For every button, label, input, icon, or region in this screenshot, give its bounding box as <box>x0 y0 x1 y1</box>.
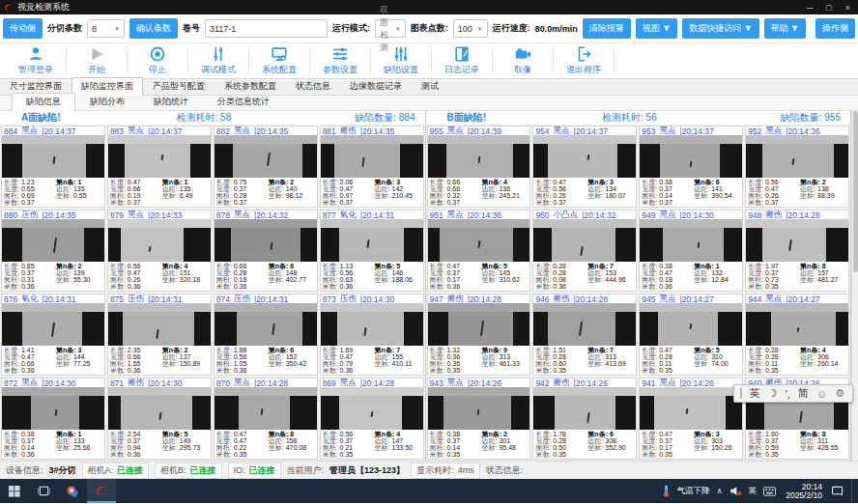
show-desktop-button[interactable] <box>851 479 855 503</box>
current-user-label: 当前用户: <box>287 464 325 477</box>
subtab-defect-statistics[interactable]: 缺陷统计 <box>139 93 203 110</box>
subtab-class-info-statistics[interactable]: 分类信息统计 <box>203 93 284 110</box>
confirm-count-button[interactable]: 确认条数 <box>129 18 178 39</box>
defect-cell-header: 869 黑点 |20:14:28 <box>321 378 423 387</box>
defect-cell[interactable]: 874 压伤 |20:14:31 长度:1.88 宽度:0.56 面积:1.05… <box>214 294 318 376</box>
taskbar-app-media[interactable] <box>58 479 87 503</box>
view-menu-button[interactable]: 视图 ▼ <box>636 18 677 39</box>
defect-cell[interactable]: 882 黑点 |20:14:35 长度:0.75 宽度:0.37 面积:0.28… <box>214 126 318 208</box>
emoji-icon[interactable]: ☺ <box>816 388 827 400</box>
ime-lang-english[interactable]: 英 <box>750 386 760 401</box>
help-menu-button[interactable]: 帮助 ▼ <box>764 18 806 39</box>
defect-cell[interactable]: 881 擦伤 |20:14:35 长度:2.06 宽度:0.47 面积:0.97… <box>320 126 424 208</box>
taskbar-app-vision-system[interactable] <box>87 479 116 503</box>
drive-side-button[interactable]: 传动侧 <box>3 18 43 39</box>
defect-cell[interactable]: 876 氧化 |20:14:31 长度:1.41 宽度:0.47 面积:0.66… <box>1 294 105 376</box>
defect-cell[interactable]: 942 擦伤 |20:14:26 长度:1.78 宽度:0.28 面积:0.50… <box>532 378 637 460</box>
tab-test[interactable]: 测试 <box>412 77 448 95</box>
defect-cell[interactable]: 948 擦伤 |20:14:28 长度:1.97 宽度:0.37 面积:0.73… <box>745 210 849 292</box>
start-button[interactable]: 开始 <box>67 45 127 76</box>
defect-cell-header: 953 黑点 |20:14:37 <box>640 126 742 135</box>
defect-cell[interactable]: 941 黑点 |20:14:26 长度:0.47 宽度:0.37 面积:0.17… <box>639 378 743 460</box>
defect-cell[interactable]: 943 黑点 |20:14:26 长度:0.38 宽度:0.37 面积:0.14… <box>427 378 531 460</box>
defect-cell[interactable]: 871 擦伤 |20:14:30 长度:2.54 宽度:0.37 面积:0.94… <box>107 378 212 460</box>
defect-cell-header: 879 黑点 |20:14:33 <box>108 210 211 219</box>
defect-cell[interactable]: 955 黑点 |20:14:39 长度:0.66 宽度:0.66 面积:0.32… <box>427 126 531 208</box>
input-language-indicator[interactable]: 英 <box>749 486 758 497</box>
defect-settings-button[interactable]: 缺陷设置 <box>371 45 431 76</box>
defect-cell[interactable]: 878 黑点 |20:14:32 长度:0.66 宽度:0.28 面积:0.18… <box>214 210 318 292</box>
log-record-button[interactable]: 日志记录 <box>432 45 492 76</box>
debug-mode-button[interactable]: 调试模式 <box>188 45 248 76</box>
defect-id: 870 <box>216 378 230 387</box>
slit-count-select[interactable]: 8▼ <box>87 19 125 38</box>
camera-b-status: 相机B:已连接 <box>155 462 222 479</box>
stop-button[interactable]: 停止 <box>128 45 187 76</box>
chart-points-select[interactable]: 100▼ <box>453 19 488 38</box>
defect-cell[interactable]: 883 黑点 |20:14:37 长度:0.47 宽度:0.66 面积:0.19… <box>107 126 212 208</box>
gear-icon[interactable]: ⚙ <box>835 387 844 400</box>
taskbar-clock[interactable]: 20:14 2025/2/10 <box>783 483 825 500</box>
defect-cell[interactable]: 877 氧化 |20:14:31 长度:1.13 宽度:0.56 面积:0.63… <box>320 210 424 292</box>
defect-cell[interactable]: 950 小凸点 |20:14:32 长度:0.28 宽度:0.28 面积:0.0… <box>532 210 637 292</box>
defect-cell[interactable]: 954 黑点 |20:14:37 长度:0.47 宽度:0.56 面积:0.26… <box>532 126 637 208</box>
defect-cell[interactable]: 953 黑点 |20:14:37 长度:0.38 宽度:0.37 面积:0.14… <box>639 126 743 208</box>
defect-cell[interactable]: 949 黑点 |20:14:30 长度:0.38 宽度:0.47 面积:0.18… <box>639 210 743 292</box>
tab-edge-data-record[interactable]: 边缘数据记录 <box>340 77 412 95</box>
clear-alarm-button[interactable]: 清除报警 <box>583 18 631 39</box>
subtab-defect-distribution[interactable]: 缺陷分布 <box>75 93 139 110</box>
ime-drag-handle[interactable] <box>740 388 742 399</box>
capture-image-button[interactable]: 取像 <box>493 45 553 76</box>
defect-cell-header: 876 氧化 |20:14:31 <box>2 294 104 303</box>
vertical-scrollbar[interactable] <box>851 111 858 461</box>
defect-cell[interactable]: 951 黑点 |20:14:36 长度:0.47 宽度:0.37 面积:0.17… <box>427 210 531 292</box>
defect-id: 944 <box>748 294 761 303</box>
maximize-button[interactable]: □ <box>826 3 831 13</box>
defect-cell[interactable]: 875 压伤 |20:14:31 长度:2.35 宽度:0.66 面积:1.55… <box>107 294 212 376</box>
ime-punctuation[interactable]: ’, <box>785 388 790 400</box>
operator-side-button[interactable]: 操作侧 <box>815 18 855 39</box>
defect-cell[interactable]: 944 黑点 |20:14:27 长度:0.28 宽度:0.28 面积:0.11… <box>745 294 849 376</box>
minimize-button[interactable]: ─ <box>807 3 813 13</box>
defect-cell[interactable]: 945 黑点 |20:14:27 长度:0.47 宽度:0.28 面积:0.11… <box>639 294 743 376</box>
camera-a-status: 相机A:已连接 <box>82 462 150 479</box>
defect-cell[interactable]: 879 黑点 |20:14:33 长度:0.56 宽度:0.47 面积:0.26… <box>107 210 212 292</box>
roll-number-input[interactable] <box>205 19 328 38</box>
parameter-settings-button[interactable]: 参数设置 <box>310 45 370 76</box>
defect-cell[interactable]: 873 压伤 |20:14:30 长度:1.69 宽度:0.47 面积:0.79… <box>320 294 424 376</box>
defect-type: 黑点 <box>21 126 38 135</box>
defect-type: 压伤 <box>234 294 250 303</box>
ime-simplified[interactable]: 简 <box>798 386 809 401</box>
camera-icon <box>514 45 531 63</box>
defect-cell[interactable]: 947 擦伤 |20:14:28 长度:1.32 宽度:0.36 面积:0.36… <box>427 294 531 376</box>
device-info-value: 3#分切 <box>49 464 76 477</box>
run-mode-select[interactable]: 双面检测▼ <box>375 19 406 38</box>
scrollbar-thumb[interactable] <box>853 111 858 272</box>
defect-cell[interactable]: 880 压伤 |20:14:35 长度:0.85 宽度:0.37 面积:0.31… <box>1 210 105 292</box>
moon-icon[interactable]: ☽ <box>768 387 778 400</box>
admin-login-button[interactable]: 管理登录 <box>6 45 66 76</box>
speaker-muted-icon[interactable] <box>729 486 742 496</box>
weather-ticker[interactable]: 气温下降 <box>677 486 710 497</box>
defect-time: |20:14:30 <box>360 294 394 303</box>
close-button[interactable]: × <box>845 3 850 13</box>
subtab-defect-info[interactable]: 缺陷信息 <box>12 93 75 111</box>
exit-program-button[interactable]: 退出程序 <box>554 45 614 76</box>
defect-metrics: 长度:0.75 宽度:0.37 面积:0.28 米数:0.37 第n条:2 边距… <box>214 178 317 207</box>
defect-cell[interactable]: 884 黑点 |20:14:37 长度:1.23 宽度:0.65 面积:0.69… <box>1 126 105 208</box>
tray-expand-button[interactable]: ∧ <box>717 487 723 495</box>
defect-cell[interactable]: 952 黑点 |20:14:36 长度:0.56 宽度:0.47 面积:0.26… <box>745 126 849 208</box>
data-quick-access-button[interactable]: 数据快捷访问 ▼ <box>682 18 758 39</box>
defect-cell[interactable]: 946 擦伤 |20:14:28 长度:1.51 宽度:0.28 面积:0.60… <box>532 294 637 376</box>
notification-tray-icon[interactable] <box>832 486 844 496</box>
defect-metrics: 长度:0.66 宽度:0.28 面积:0.18 米数:0.36 第n条:6 边距… <box>214 262 317 291</box>
tab-status-info[interactable]: 状态信息 <box>286 77 340 95</box>
app-logo-icon <box>95 485 108 498</box>
defect-cell[interactable]: 872 黑点 |20:14:30 长度:0.38 宽度:0.37 面积:0.14… <box>1 378 105 460</box>
keyboard-icon[interactable] <box>763 487 776 496</box>
start-button-windows[interactable] <box>0 479 29 503</box>
system-config-button[interactable]: 系统配置 <box>249 45 309 76</box>
task-view-button[interactable] <box>29 479 58 503</box>
defect-cell[interactable]: 870 黑点 |20:14:28 长度:0.47 宽度:0.47 面积:0.22… <box>214 378 318 460</box>
defect-cell[interactable]: 869 黑点 |20:14:28 长度:0.56 宽度:0.37 面积:0.21… <box>320 378 424 460</box>
